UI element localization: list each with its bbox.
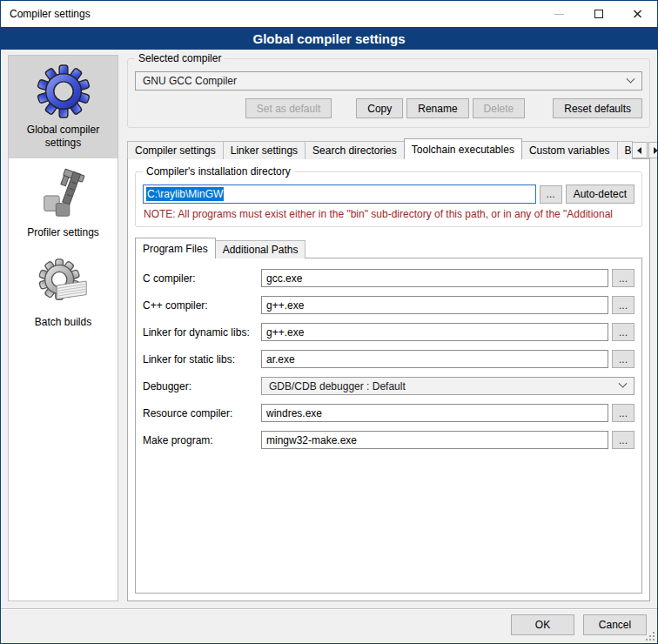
make-program-input[interactable] xyxy=(261,431,608,449)
c-compiler-row: C compiler: ... xyxy=(143,269,634,287)
debugger-row: Debugger: GDB/CDB debugger : Default xyxy=(143,377,634,395)
debugger-select[interactable]: GDB/CDB debugger : Default xyxy=(261,377,634,395)
program-files-tabstrip: Program Files Additional Paths xyxy=(135,238,642,258)
settings-tabstrip: Compiler settings Linker settings Search… xyxy=(127,138,650,159)
dialog-body: Global compiler settings Profiler set xyxy=(1,50,657,608)
compiler-settings-dialog: Compiler settings × Global compiler sett… xyxy=(0,0,658,644)
compiler-select-value: GNU GCC Compiler xyxy=(143,75,628,87)
dialog-footer: OK Cancel xyxy=(1,608,657,643)
tab-custom-variables[interactable]: Custom variables xyxy=(521,141,618,159)
install-dir-selected-text: C:\raylib\MinGW xyxy=(146,187,224,201)
field-label: Resource compiler: xyxy=(143,407,258,419)
minimize-icon xyxy=(554,14,564,15)
field-label: Make program: xyxy=(143,434,258,446)
tab-linker-settings[interactable]: Linker settings xyxy=(223,141,306,159)
static-linker-row: Linker for static libs: ... xyxy=(143,350,634,368)
sidebar-item-label: Batch builds xyxy=(10,316,116,329)
install-dir-group: Compiler's installation directory C:\ray… xyxy=(135,171,642,227)
field-label: Linker for static libs: xyxy=(143,353,258,366)
field-label: Debugger: xyxy=(143,380,258,392)
main-panel: Selected compiler GNU GCC Compiler Set a… xyxy=(127,55,650,608)
cpp-compiler-row: C++ compiler: ... xyxy=(143,296,634,314)
static-linker-browse-button[interactable]: ... xyxy=(612,350,634,368)
cpp-compiler-browse-button[interactable]: ... xyxy=(612,296,634,314)
close-button[interactable]: × xyxy=(618,1,657,27)
resize-grip[interactable] xyxy=(646,632,655,641)
tab-scroll-left-button[interactable] xyxy=(632,142,648,158)
maximize-button[interactable] xyxy=(579,1,618,27)
blue-gear-icon xyxy=(37,64,91,118)
close-icon: × xyxy=(632,7,643,21)
dynamic-linker-input[interactable] xyxy=(261,323,608,341)
maximize-icon xyxy=(594,10,603,18)
tab-scroll-right-button[interactable] xyxy=(648,142,657,158)
set-as-default-button[interactable]: Set as default xyxy=(245,98,332,118)
c-compiler-browse-button[interactable]: ... xyxy=(612,269,634,287)
page-title: Global compiler settings xyxy=(252,31,405,46)
sidebar-item-batch-builds[interactable]: Batch builds xyxy=(9,248,118,338)
program-files-page: C compiler: ... C++ compiler: ... Linker… xyxy=(135,258,642,594)
bin-subdirectory-note: NOTE: All programs must exist either in … xyxy=(144,208,634,220)
group-label: Selected compiler xyxy=(135,52,225,64)
resource-compiler-row: Resource compiler: ... xyxy=(143,404,634,422)
subtab-program-files[interactable]: Program Files xyxy=(135,238,216,258)
chevron-down-icon xyxy=(619,379,628,388)
arrow-left-icon xyxy=(637,147,641,154)
dynamic-linker-browse-button[interactable]: ... xyxy=(612,323,634,341)
minimize-button[interactable] xyxy=(540,1,579,27)
sidebar-item-global-compiler-settings[interactable]: Global compiler settings xyxy=(9,56,118,158)
reset-defaults-button[interactable]: Reset defaults xyxy=(553,98,642,118)
dynamic-linker-row: Linker for dynamic libs: ... xyxy=(143,323,634,341)
cancel-button[interactable]: Cancel xyxy=(583,614,647,635)
static-linker-input[interactable] xyxy=(261,350,608,368)
tab-compiler-settings[interactable]: Compiler settings xyxy=(127,141,224,159)
delete-button[interactable]: Delete xyxy=(473,98,526,118)
make-program-browse-button[interactable]: ... xyxy=(612,431,634,449)
c-compiler-input[interactable] xyxy=(261,269,608,287)
arrow-right-icon xyxy=(654,147,657,154)
compiler-buttons-row: Set as default Copy Rename Delete Reset … xyxy=(135,98,642,118)
toolchain-executables-page: Compiler's installation directory C:\ray… xyxy=(127,158,650,601)
ok-button[interactable]: OK xyxy=(511,614,574,635)
gray-gear-stack-icon xyxy=(37,257,91,311)
resource-compiler-input[interactable] xyxy=(261,404,608,422)
window-title: Compiler settings xyxy=(1,8,91,20)
resource-compiler-browse-button[interactable]: ... xyxy=(612,404,634,422)
install-dir-browse-button[interactable]: ... xyxy=(540,185,562,204)
install-dir-row: C:\raylib\MinGW ... Auto-detect xyxy=(143,184,634,204)
dialog-header: Global compiler settings xyxy=(1,27,657,50)
auto-detect-button[interactable]: Auto-detect xyxy=(566,184,634,204)
field-label: C compiler: xyxy=(143,272,258,285)
field-label: C++ compiler: xyxy=(143,299,258,312)
tab-search-directories[interactable]: Search directories xyxy=(305,141,405,159)
tab-scroll-arrows xyxy=(632,142,657,159)
copy-button[interactable]: Copy xyxy=(356,98,403,118)
titlebar: Compiler settings × xyxy=(1,1,657,27)
debugger-select-value: GDB/CDB debugger : Default xyxy=(269,380,620,392)
settings-sidebar: Global compiler settings Profiler set xyxy=(8,55,118,601)
sidebar-item-label: Profiler settings xyxy=(10,226,116,239)
sidebar-item-profiler-settings[interactable]: Profiler settings xyxy=(9,158,118,248)
group-label: Compiler's installation directory xyxy=(143,165,294,178)
sidebar-item-label: Global compiler settings xyxy=(10,124,116,150)
selected-compiler-group: Selected compiler GNU GCC Compiler Set a… xyxy=(127,58,650,128)
tab-build-options[interactable]: Build xyxy=(617,141,633,159)
window-controls: × xyxy=(540,1,657,27)
compiler-select[interactable]: GNU GCC Compiler xyxy=(135,71,642,91)
cpp-compiler-input[interactable] xyxy=(261,296,608,314)
subtab-additional-paths[interactable]: Additional Paths xyxy=(215,240,306,258)
caliper-icon xyxy=(37,167,91,221)
chevron-down-icon xyxy=(627,74,635,83)
install-dir-input[interactable]: C:\raylib\MinGW xyxy=(143,184,536,204)
field-label: Linker for dynamic libs: xyxy=(143,326,258,339)
tab-toolchain-executables[interactable]: Toolchain executables xyxy=(404,138,522,159)
rename-button[interactable]: Rename xyxy=(406,98,468,118)
make-program-row: Make program: ... xyxy=(143,431,634,449)
